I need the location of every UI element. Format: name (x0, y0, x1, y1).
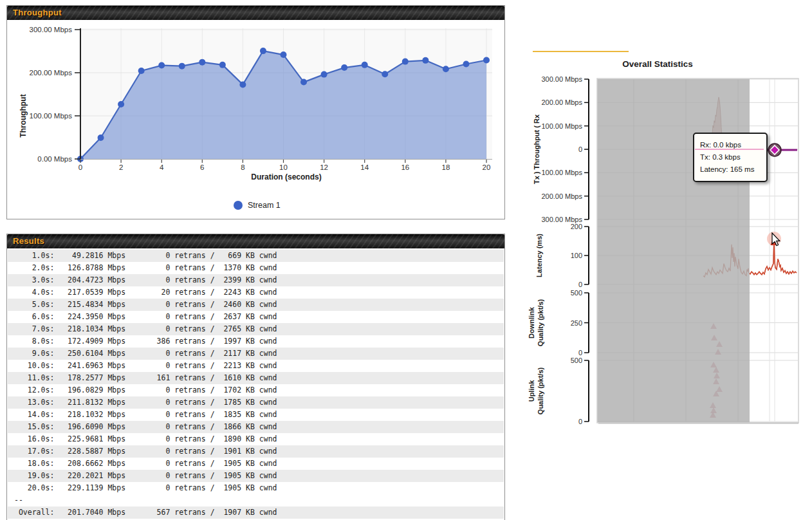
svg-text:200.00 Mbps: 200.00 Mbps (541, 98, 582, 106)
result-row: 7.0s: 218.1034 Mbps 0 retrans / 2765 KB … (8, 323, 504, 335)
svg-text:0: 0 (578, 281, 582, 288)
result-row: 5.0s: 215.4834 Mbps 0 retrans / 2460 KB … (8, 299, 504, 311)
svg-text:Throughput: Throughput (19, 94, 28, 137)
results-separator-row: -- (8, 494, 504, 506)
svg-text:6: 6 (200, 163, 204, 171)
throughput-panel-title: Throughput (13, 8, 62, 17)
results-panel-header: Results (7, 234, 504, 248)
svg-text:20: 20 (483, 163, 491, 171)
svg-text:200.00 Mbps: 200.00 Mbps (30, 69, 73, 77)
svg-text:8: 8 (241, 163, 245, 171)
svg-text:Latency (ms): Latency (ms) (535, 234, 543, 277)
svg-text:Duration (seconds): Duration (seconds) (251, 172, 321, 181)
result-row: 8.0s: 172.4909 Mbps 386 retrans / 1997 K… (8, 335, 504, 348)
svg-text:4: 4 (160, 163, 164, 171)
svg-text:Tx ) Throughput ( Rx: Tx ) Throughput ( Rx (533, 114, 540, 184)
svg-text:200.00 Mbps: 200.00 Mbps (541, 192, 582, 200)
svg-text:200: 200 (571, 223, 582, 230)
svg-text:2: 2 (119, 163, 123, 171)
svg-text:0: 0 (578, 349, 582, 357)
result-row: 4.0s: 217.0539 Mbps 20 retrans / 2243 KB… (8, 286, 504, 299)
svg-text:Uplink: Uplink (528, 380, 535, 402)
throughput-area-chart[interactable]: 300.00 Mbps200.00 Mbps100.00 Mbps0.00 Mb… (6, 19, 506, 220)
result-row: 15.0s: 196.6090 Mbps 0 retrans / 1866 KB… (8, 421, 504, 433)
result-row: Overall: 201.7040 Mbps 567 retrans / 190… (8, 506, 504, 519)
result-row: 17.0s: 228.5887 Mbps 0 retrans / 1901 KB… (8, 445, 504, 458)
svg-text:Quality (pkt/s): Quality (pkt/s) (537, 367, 544, 414)
stream-legend-dot-icon (234, 201, 243, 210)
result-row: 14.0s: 218.1032 Mbps 0 retrans / 1835 KB… (8, 409, 504, 421)
results-row-list: 1.0s: 49.2816 Mbps 0 retrans / 669 KB cw… (8, 250, 504, 519)
result-row: 11.0s: 178.2577 Mbps 161 retrans / 1610 … (8, 372, 504, 384)
svg-text:100.00 Mbps: 100.00 Mbps (30, 112, 73, 120)
results-panel: Results 1.0s: 49.2816 Mbps 0 retrans / 6… (6, 234, 505, 520)
svg-text:100.00 Mbps: 100.00 Mbps (541, 122, 582, 130)
svg-text:100: 100 (571, 252, 582, 259)
result-row: 20.0s: 229.1139 Mbps 0 retrans / 1905 KB… (8, 482, 504, 494)
svg-text:500: 500 (571, 357, 582, 364)
chart-hover-tooltip: Rx: 0.0 kbps Tx: 0.3 kbps Latency: 165 m… (693, 133, 768, 182)
svg-text:500: 500 (571, 289, 582, 297)
svg-text:18: 18 (442, 163, 450, 171)
svg-text:Downlink: Downlink (528, 306, 535, 339)
svg-text:0: 0 (578, 418, 582, 425)
overall-statistics-charts[interactable]: 300.00 Mbps200.00 Mbps100.00 Mbps0100.00… (528, 71, 812, 431)
stats-title-wrap: Overall Statistics (529, 58, 786, 70)
result-row: 1.0s: 49.2816 Mbps 0 retrans / 669 KB cw… (8, 250, 504, 262)
tooltip-latency-value: Latency: 165 ms (700, 163, 761, 176)
rx-zero-line-highlight (695, 149, 764, 150)
svg-text:Quality (pkt/s): Quality (pkt/s) (537, 299, 544, 346)
svg-text:14: 14 (360, 163, 369, 171)
result-row: 2.0s: 126.8788 Mbps 0 retrans / 1370 KB … (8, 262, 504, 274)
stats-accent-line (533, 51, 629, 52)
result-row: 16.0s: 225.9681 Mbps 0 retrans / 1890 KB… (8, 433, 504, 445)
result-row: 3.0s: 204.4723 Mbps 0 retrans / 2399 KB … (8, 274, 504, 286)
tooltip-tx-value: Tx: 0.3 kbps (700, 151, 761, 163)
result-row: 12.0s: 196.0829 Mbps 0 retrans / 1702 KB… (8, 384, 504, 396)
stream-legend-label: Stream 1 (248, 201, 281, 210)
svg-text:12: 12 (320, 163, 328, 171)
stream-legend[interactable]: Stream 1 (234, 201, 281, 210)
svg-text:300.00 Mbps: 300.00 Mbps (541, 75, 582, 83)
svg-text:250: 250 (571, 319, 582, 327)
results-panel-title: Results (13, 236, 44, 246)
result-row: 18.0s: 208.6662 Mbps 0 retrans / 1905 KB… (8, 458, 504, 470)
svg-text:0.00 Mbps: 0.00 Mbps (37, 155, 72, 163)
result-row: 13.0s: 211.8132 Mbps 0 retrans / 1785 KB… (8, 396, 504, 409)
svg-text:100.00 Mbps: 100.00 Mbps (541, 169, 582, 176)
svg-text:16: 16 (401, 163, 409, 171)
result-row: 19.0s: 220.2021 Mbps 0 retrans / 1905 KB… (8, 470, 504, 482)
result-row: 10.0s: 241.6963 Mbps 0 retrans / 2213 KB… (8, 360, 504, 372)
result-row: 6.0s: 224.3950 Mbps 0 retrans / 2637 KB … (8, 311, 504, 323)
svg-text:300.00 Mbps: 300.00 Mbps (30, 26, 73, 33)
svg-text:10: 10 (279, 163, 288, 171)
stats-title: Overall Statistics (622, 59, 693, 69)
svg-text:0: 0 (78, 163, 82, 171)
throughput-panel-header: Throughput (7, 6, 504, 20)
svg-text:0: 0 (578, 145, 582, 153)
result-row: 9.0s: 250.6104 Mbps 0 retrans / 2117 KB … (8, 348, 504, 360)
